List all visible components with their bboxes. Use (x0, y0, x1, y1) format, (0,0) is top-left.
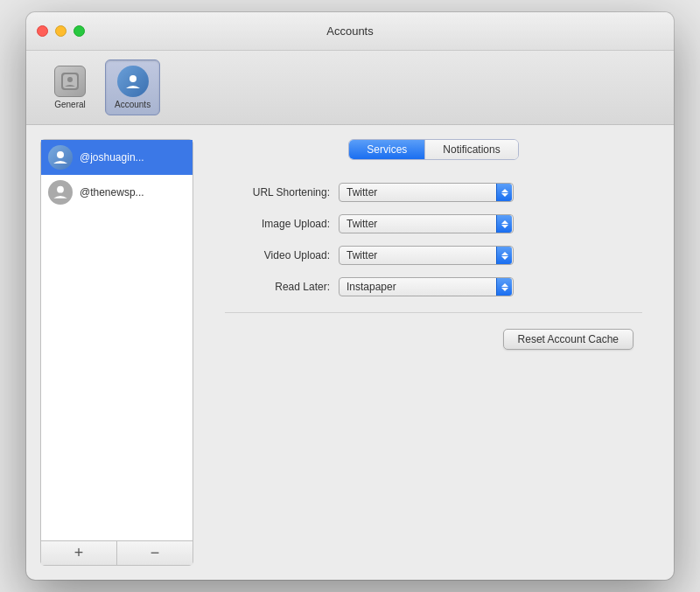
sidebar-item-account-2[interactable]: @thenewsp... (41, 175, 192, 210)
sidebar: @joshuagin... @thenewsp... + − (40, 139, 193, 566)
avatar-account-2 (48, 180, 73, 205)
accounts-icon (117, 66, 149, 97)
segmented-control: Services Notifications (348, 139, 518, 160)
video-upload-select-wrapper: Twitter YouTube Vimeo (339, 246, 514, 265)
window-title: Accounts (326, 24, 373, 38)
toolbar: General Accounts (26, 51, 674, 125)
svg-point-2 (67, 77, 73, 82)
maximize-button[interactable] (74, 25, 85, 37)
read-later-select-wrapper: Instapaper Pocket Readability (339, 277, 514, 296)
image-upload-label: Image Upload: (225, 218, 330, 230)
url-shortening-select-wrapper: Twitter Bit.ly None (339, 183, 514, 202)
url-shortening-label: URL Shortening: (225, 186, 330, 198)
general-icon (54, 66, 86, 97)
services-panel: URL Shortening: Twitter Bit.ly None (207, 174, 660, 359)
content: @joshuagin... @thenewsp... + − (26, 125, 674, 580)
video-upload-select[interactable]: Twitter YouTube Vimeo (339, 246, 514, 265)
reset-row: Reset Account Cache (225, 329, 642, 350)
toolbar-accounts-label: Accounts (115, 100, 150, 109)
tab-notifications[interactable]: Notifications (425, 140, 517, 159)
title-bar: Accounts (26, 12, 674, 51)
url-shortening-select[interactable]: Twitter Bit.ly None (339, 183, 514, 202)
image-upload-select[interactable]: Twitter Imgur Droplr (339, 214, 514, 233)
read-later-row: Read Later: Instapaper Pocket Readabilit… (225, 277, 642, 296)
traffic-lights (37, 25, 85, 37)
toolbar-item-general[interactable]: General (44, 59, 96, 115)
remove-account-button[interactable]: − (117, 541, 192, 565)
main-panel: Services Notifications URL Shortening: T… (207, 139, 660, 566)
reset-account-cache-button[interactable]: Reset Account Cache (503, 329, 634, 350)
url-shortening-row: URL Shortening: Twitter Bit.ly None (225, 183, 642, 202)
minimize-button[interactable] (55, 25, 66, 37)
svg-point-4 (57, 151, 64, 158)
avatar-account-1 (48, 145, 73, 170)
video-upload-row: Video Upload: Twitter YouTube Vimeo (225, 246, 642, 265)
tab-services[interactable]: Services (349, 140, 425, 159)
image-upload-row: Image Upload: Twitter Imgur Droplr (225, 214, 642, 233)
window: Accounts General (26, 12, 674, 580)
accounts-avatar (117, 66, 149, 97)
add-account-button[interactable]: + (41, 541, 117, 565)
image-upload-select-wrapper: Twitter Imgur Droplr (339, 214, 514, 233)
read-later-select[interactable]: Instapaper Pocket Readability (339, 277, 514, 296)
sidebar-item-account-1[interactable]: @joshuagin... (41, 140, 192, 175)
sidebar-footer: + − (41, 540, 192, 565)
divider (225, 312, 642, 313)
video-upload-label: Video Upload: (225, 249, 330, 261)
account-2-handle: @thenewsp... (80, 186, 144, 198)
svg-point-3 (130, 75, 136, 82)
toolbar-item-accounts[interactable]: Accounts (105, 59, 160, 115)
close-button[interactable] (37, 25, 48, 37)
toolbar-general-label: General (54, 100, 86, 109)
account-1-handle: @joshuagin... (80, 151, 144, 164)
svg-point-5 (57, 186, 64, 193)
read-later-label: Read Later: (225, 281, 330, 293)
sidebar-list: @joshuagin... @thenewsp... (41, 140, 192, 540)
